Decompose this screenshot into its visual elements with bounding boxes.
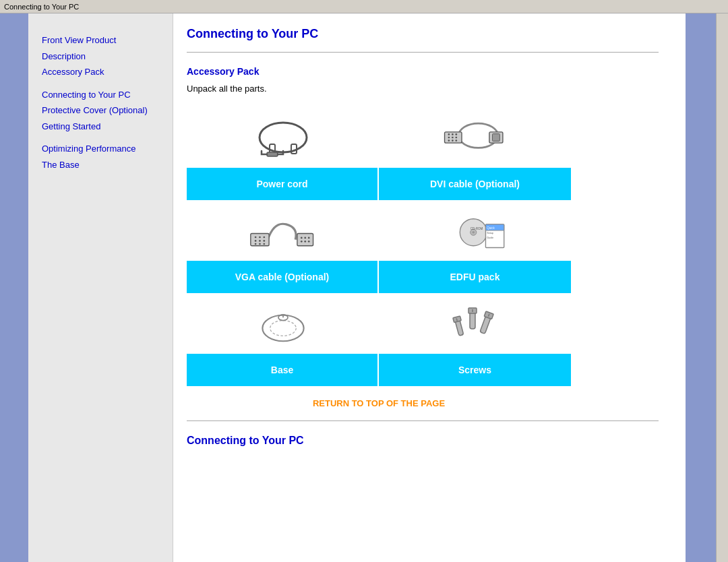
- sidebar-item-optimizing[interactable]: Optimizing Performance: [42, 142, 162, 156]
- power-cord-label: Power cord: [187, 168, 379, 200]
- sidebar-group-3: Optimizing Performance The Base: [42, 142, 162, 171]
- scrollbar[interactable]: [716, 13, 728, 562]
- sidebar-group-1: Front View Product Description Accessory…: [42, 34, 162, 79]
- svg-point-14: [455, 139, 457, 142]
- svg-point-32: [304, 241, 306, 243]
- unpack-text: Unpack all the parts.: [187, 84, 659, 94]
- return-to-top-link[interactable]: RETURN TO TOP OF THE PAGE: [187, 398, 571, 408]
- accessory-cell-vga: VGA cable (Optional): [187, 200, 379, 293]
- svg-point-21: [259, 237, 261, 239]
- accessory-cell-power-cord: Power cord: [187, 107, 379, 200]
- edfu-label: EDFU pack: [379, 261, 571, 293]
- page-title: Connecting to Your PC: [187, 27, 659, 41]
- svg-point-26: [263, 243, 265, 245]
- sidebar-item-accessory-pack[interactable]: Accessory Pack: [42, 65, 162, 79]
- main-content: Connecting to Your PC Accessory Pack Unp…: [173, 13, 686, 562]
- power-cord-icon: [249, 114, 317, 161]
- svg-point-18: [254, 237, 256, 239]
- left-accent-bar: [0, 13, 28, 562]
- sidebar-group-2: Connecting to Your PC Protective Cover (…: [42, 88, 162, 133]
- svg-point-33: [307, 241, 309, 243]
- svg-point-13: [455, 137, 457, 139]
- accessory-grid: Power cord: [187, 107, 571, 386]
- vga-label: VGA cable (Optional): [187, 261, 379, 293]
- svg-point-36: [472, 231, 475, 234]
- bottom-divider: [187, 420, 659, 421]
- browser-body: Front View Product Description Accessory…: [0, 13, 728, 562]
- svg-rect-3: [267, 152, 278, 156]
- top-divider: [187, 52, 659, 53]
- svg-point-44: [270, 321, 296, 336]
- bottom-page-title: Connecting to Your PC: [187, 435, 659, 447]
- svg-point-7: [448, 137, 450, 139]
- base-image: [243, 293, 324, 354]
- svg-point-20: [254, 243, 256, 245]
- svg-text:Setup: Setup: [487, 232, 493, 235]
- dvi-label: DVI cable (Optional): [379, 168, 571, 200]
- svg-text:Guide: Guide: [487, 237, 493, 239]
- svg-point-24: [263, 237, 265, 239]
- svg-point-6: [448, 133, 450, 135]
- svg-text:Quick: Quick: [487, 226, 495, 230]
- screws-image: [435, 293, 516, 354]
- accessory-cell-dvi: DVI cable (Optional): [379, 107, 571, 200]
- right-accent-bar: [686, 13, 716, 562]
- base-label: Base: [187, 354, 379, 386]
- svg-point-9: [452, 133, 454, 135]
- sidebar-item-the-base[interactable]: The Base: [42, 158, 162, 172]
- svg-point-28: [300, 237, 302, 239]
- title-bar: Connecting to Your PC: [0, 0, 728, 13]
- svg-line-55: [456, 318, 457, 321]
- sidebar: Front View Product Description Accessory…: [28, 13, 173, 562]
- accessory-cell-screws: Screws: [379, 293, 571, 386]
- svg-point-22: [259, 240, 261, 242]
- dvi-cable-icon: [442, 114, 509, 161]
- svg-point-19: [254, 240, 256, 242]
- svg-point-23: [259, 243, 261, 245]
- sidebar-item-description[interactable]: Description: [42, 50, 162, 63]
- sidebar-item-connecting[interactable]: Connecting to Your PC: [42, 88, 162, 102]
- section-title: Accessory Pack: [187, 66, 659, 77]
- vga-image: [243, 200, 324, 261]
- svg-point-12: [455, 133, 457, 135]
- screws-icon: [442, 300, 509, 347]
- svg-point-29: [304, 237, 306, 239]
- svg-point-25: [263, 240, 265, 242]
- sidebar-item-front-view[interactable]: Front View Product: [42, 34, 162, 47]
- svg-point-31: [300, 241, 302, 243]
- svg-text:CD-ROM: CD-ROM: [470, 227, 483, 230]
- power-cord-image: [243, 107, 324, 168]
- svg-point-8: [448, 139, 450, 142]
- accessory-cell-base: Base: [187, 293, 379, 386]
- svg-rect-27: [297, 234, 313, 246]
- sidebar-item-getting-started[interactable]: Getting Started: [42, 120, 162, 133]
- svg-point-0: [260, 123, 307, 152]
- edfu-image: CD-ROM Quick Setup Guide: [435, 200, 516, 261]
- svg-rect-16: [492, 134, 499, 142]
- svg-point-43: [262, 315, 303, 342]
- base-icon: [249, 300, 317, 347]
- svg-point-11: [452, 139, 454, 142]
- svg-point-10: [452, 137, 454, 139]
- dvi-image: [435, 107, 516, 168]
- svg-point-30: [307, 237, 309, 239]
- title-bar-text: Connecting to Your PC: [4, 3, 79, 11]
- accessory-cell-edfu: CD-ROM Quick Setup Guide EDFU pack: [379, 200, 571, 293]
- edfu-pack-icon: CD-ROM Quick Setup Guide: [442, 207, 509, 254]
- screws-label: Screws: [379, 354, 571, 386]
- sidebar-item-protective-cover[interactable]: Protective Cover (Optional): [42, 104, 162, 117]
- vga-cable-icon: [249, 207, 317, 254]
